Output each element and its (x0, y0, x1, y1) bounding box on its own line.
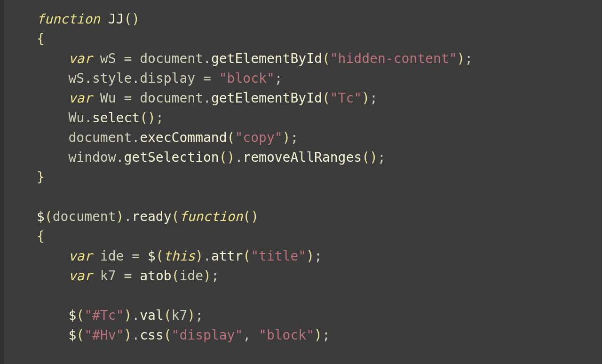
code-token-par: ( (243, 248, 251, 264)
code-token-def (251, 327, 259, 343)
code-token-str: "#Tc" (84, 308, 124, 323)
code-token-fn: JJ (108, 11, 124, 27)
code-token-punct: ; (290, 130, 298, 145)
code-editor-content[interactable]: function JJ() { var wS = document.getEle… (0, 9, 602, 345)
code-token-def: Wu (37, 110, 84, 126)
code-line[interactable]: $("#Hv").css("display", "block"); (37, 327, 330, 343)
code-token-def (37, 90, 68, 106)
code-line[interactable]: } (37, 169, 45, 185)
code-token-punct: . (124, 209, 132, 224)
code-token-def: k7 (92, 268, 124, 284)
code-token-str: "Tc" (330, 90, 362, 106)
code-token-par: ( (45, 209, 53, 224)
code-token-punct: ; (465, 51, 473, 66)
code-token-str: "copy" (235, 130, 282, 145)
code-token-punct: ; (195, 308, 203, 323)
code-token-par: ( (156, 248, 164, 264)
code-token-fn: execCommand (140, 130, 227, 145)
code-token-fn: css (140, 327, 164, 343)
code-line[interactable]: window.getSelection().removeAllRanges(); (37, 150, 386, 165)
code-token-def: display (140, 71, 203, 86)
code-token-fn: $ (68, 308, 76, 323)
code-token-def (37, 51, 68, 66)
code-token-par: ( (172, 209, 180, 224)
code-token-def (37, 327, 68, 343)
code-line[interactable]: var wS = document.getElementById("hidden… (37, 51, 473, 66)
code-token-def (100, 11, 108, 27)
code-token-str: "block" (219, 71, 275, 86)
code-token-brace: } (37, 169, 45, 185)
code-token-str: "display" (172, 327, 243, 343)
code-token-def: wS (37, 71, 84, 86)
code-token-def (211, 71, 219, 86)
code-token-fn: select (92, 110, 140, 126)
code-line[interactable]: var ide = $(this).attr("title"); (37, 248, 322, 264)
code-line[interactable]: Wu.select(); (37, 110, 164, 126)
code-token-fn: attr (211, 248, 243, 264)
code-token-def: document (132, 90, 203, 106)
code-line[interactable]: { (37, 229, 45, 244)
code-token-kw: var (68, 90, 92, 106)
code-line[interactable]: $("#Tc").val(k7); (37, 308, 203, 323)
code-line[interactable]: var Wu = document.getElementById("Tc"); (37, 90, 378, 106)
code-token-kw: var (68, 268, 92, 284)
code-token-def: style (92, 71, 132, 86)
code-token-fn: $ (37, 209, 45, 224)
editor-gutter (0, 0, 4, 364)
code-token-def: wS (92, 51, 124, 66)
code-token-par: () (362, 150, 378, 165)
code-token-kw: this (164, 248, 195, 264)
code-token-def: window (37, 150, 116, 165)
code-token-punct: = (203, 71, 211, 86)
code-token-str: "hidden-content" (330, 51, 457, 66)
code-token-punct: ; (378, 150, 386, 165)
code-token-par: ) (124, 327, 132, 343)
code-token-punct: ; (275, 71, 283, 86)
code-token-punct: . (203, 51, 211, 66)
code-token-kw: function (179, 209, 243, 224)
code-token-punct: ; (370, 90, 378, 106)
code-token-punct: . (235, 150, 243, 165)
code-token-kw: var (68, 51, 92, 66)
code-token-punct: ; (322, 327, 330, 343)
code-token-par: ) (314, 327, 322, 343)
code-token-par: () (243, 209, 259, 224)
code-token-def (37, 248, 68, 264)
code-token-def: ide (179, 268, 203, 284)
code-token-kw: function (37, 11, 100, 27)
code-token-punct: ; (314, 248, 322, 264)
code-line[interactable]: wS.style.display = "block"; (37, 71, 283, 86)
code-token-par: ) (116, 209, 124, 224)
code-token-def (140, 248, 148, 264)
code-token-par: ) (362, 90, 370, 106)
code-token-fn: getSelection (124, 150, 219, 165)
code-token-punct: . (203, 248, 211, 264)
code-token-par: ) (203, 268, 211, 284)
code-token-punct: . (132, 71, 140, 86)
code-token-fn: atob (140, 268, 171, 284)
code-token-def (37, 268, 68, 284)
code-line[interactable]: document.execCommand("copy"); (37, 130, 298, 145)
code-token-def: document (37, 130, 132, 145)
code-token-par: () (124, 11, 140, 27)
code-token-par: ) (187, 308, 195, 323)
code-token-par: ) (306, 248, 314, 264)
code-line[interactable]: $(document).ready(function() (37, 209, 259, 224)
code-line[interactable]: function JJ() (37, 11, 140, 27)
code-token-par: ) (195, 248, 203, 264)
code-token-par: () (140, 110, 156, 126)
code-line[interactable]: { (37, 31, 45, 47)
code-token-punct: = (124, 268, 132, 284)
code-token-punct: . (132, 327, 140, 343)
code-token-punct: ; (211, 268, 219, 284)
code-line[interactable]: var k7 = atob(ide); (37, 268, 219, 284)
code-token-par: ( (322, 90, 330, 106)
code-token-punct: . (203, 90, 211, 106)
code-token-par: () (219, 150, 235, 165)
code-token-def (37, 308, 68, 323)
code-token-par: ) (457, 51, 465, 66)
code-token-def: k7 (172, 308, 188, 323)
code-token-str: "block" (259, 327, 314, 343)
code-token-punct: . (132, 130, 140, 145)
code-token-punct: = (124, 90, 132, 106)
